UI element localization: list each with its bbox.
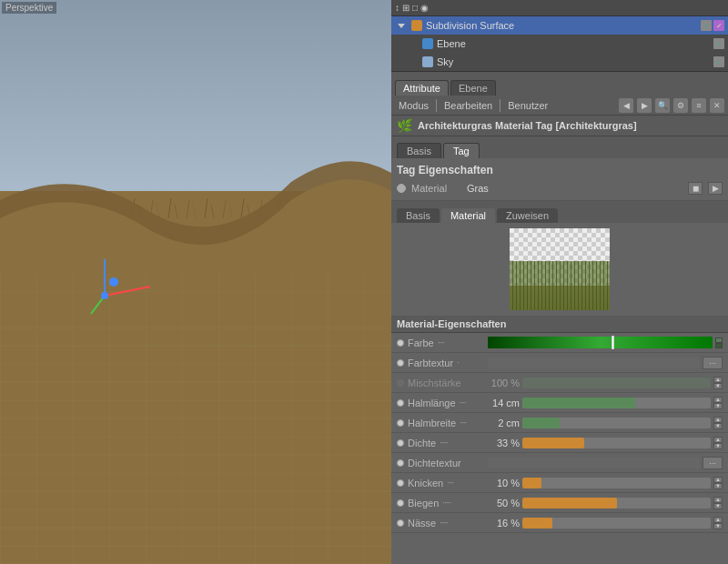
mischstarke-value: 100 % ▲ ▼	[488, 377, 723, 389]
terrain-svg	[0, 0, 391, 564]
prop-row-farbtextur: Farbtextur · ···	[391, 353, 728, 373]
btn-benutzer[interactable]: Benutzer	[504, 99, 551, 112]
dichte-radio[interactable]	[397, 439, 404, 447]
biegen-down[interactable]: ▼	[713, 503, 723, 509]
content-tabs: Basis Material Zuweisen	[391, 201, 728, 223]
prop-label-mischstarke: Mischstärke	[397, 378, 488, 388]
toolbar-left-icon[interactable]: ◀	[619, 98, 633, 113]
btn-bearbeiten[interactable]: Bearbeiten	[440, 99, 496, 112]
farbe-slider[interactable]	[488, 337, 713, 348]
viewport[interactable]: Perspektive	[0, 0, 391, 564]
halmbreite-num: 2 cm	[488, 418, 520, 428]
top-icon-4[interactable]: ◉	[420, 3, 429, 13]
halmbreite-track[interactable]	[522, 418, 711, 428]
tab-basis[interactable]: Basis	[397, 143, 441, 158]
farbe-radio[interactable]	[397, 339, 404, 347]
farbtextur-radio[interactable]	[397, 359, 404, 367]
nasse-track[interactable]	[522, 518, 711, 529]
mischstarke-radio[interactable]	[397, 379, 404, 387]
material-properties: Material-Eigenschaften Farbe ····	[391, 316, 728, 564]
tree-item-sky[interactable]: Sky ✓	[391, 53, 728, 71]
halmlaenge-track[interactable]	[522, 398, 711, 408]
prop-label-halmbreite: Halmbreite ····	[397, 418, 488, 428]
object-tree: Subdivision Surface ✓ ✓ Ebene ✓ Sky ✓	[391, 16, 728, 72]
tag-properties: Tag Eigenschaften Material Gras ◼ ▶	[391, 158, 728, 201]
halmbreite-down[interactable]: ▼	[713, 423, 723, 429]
lock-icon[interactable]: ✓	[713, 20, 724, 31]
top-icon-2[interactable]: ⊞	[402, 3, 410, 13]
knicken-down[interactable]: ▼	[713, 483, 723, 489]
farbtextur-value: ···	[488, 357, 723, 369]
toolbar-extra-icon[interactable]: ≡	[692, 98, 706, 113]
top-icon-3[interactable]: □	[412, 3, 418, 13]
svg-point-17	[101, 292, 108, 299]
inner-tab-bar: Basis Tag	[391, 136, 728, 158]
toolbar-close-icon[interactable]: ✕	[710, 98, 724, 113]
nasse-value: 16 % ▲ ▼	[488, 517, 723, 529]
top-icon-1[interactable]: ↕	[395, 3, 399, 13]
halmlaenge-value: 14 cm ▲ ▼	[488, 397, 723, 409]
biegen-fill	[522, 498, 617, 509]
knicken-up[interactable]: ▲	[713, 477, 723, 483]
halmbreite-radio[interactable]	[397, 419, 404, 427]
dichtetextur-radio[interactable]	[397, 459, 404, 467]
top-toolbar: ↕ ⊞ □ ◉	[391, 0, 728, 16]
dichte-down[interactable]: ▼	[713, 443, 723, 449]
halmbreite-up[interactable]: ▲	[713, 417, 723, 423]
tab-content-material[interactable]: Material	[441, 208, 495, 223]
tree-item-controls: ✓ ✓	[701, 20, 724, 31]
mischstarke-up[interactable]: ▲	[713, 377, 723, 383]
dichte-up[interactable]: ▲	[713, 437, 723, 443]
toolbar-gear-icon[interactable]: ⚙	[673, 98, 688, 113]
tab-content-zuweisen[interactable]: Zuweisen	[497, 208, 558, 223]
prop-row-farbe: Farbe ····	[391, 333, 728, 353]
prop-label-farbe: Farbe ····	[397, 337, 488, 348]
biegen-up[interactable]: ▲	[713, 497, 723, 503]
btn-modus[interactable]: Modus	[395, 99, 432, 112]
visibility-icon3[interactable]: ✓	[713, 56, 724, 67]
visibility-icon2[interactable]: ✓	[713, 38, 724, 49]
ebene-type-icon	[422, 38, 433, 49]
attr-tab-bar: Attribute Ebene	[391, 72, 728, 96]
nasse-up[interactable]: ▲	[713, 517, 723, 523]
material-btn1[interactable]: ◼	[688, 182, 703, 195]
tree-item-label: Ebene	[437, 38, 710, 49]
knicken-track[interactable]	[522, 478, 711, 488]
toolbar-search-icon[interactable]: 🔍	[655, 98, 670, 113]
tab-ebene[interactable]: Ebene	[450, 80, 496, 96]
tree-item-ebene[interactable]: Ebene ✓	[391, 35, 728, 53]
material-btn2[interactable]: ▶	[708, 182, 723, 195]
section-title: Architekturgras Material Tag [Architektu…	[418, 120, 637, 131]
tab-tag[interactable]: Tag	[443, 143, 480, 158]
tree-spacer	[395, 37, 408, 50]
tree-item-subdivision[interactable]: Subdivision Surface ✓ ✓	[391, 16, 728, 35]
halmlaenge-down[interactable]: ▼	[713, 403, 723, 409]
knicken-value: 10 % ▲ ▼	[488, 477, 723, 489]
nasse-down[interactable]: ▼	[713, 523, 723, 529]
farbe-down-btn[interactable]	[715, 343, 723, 348]
mischstarke-fill	[522, 378, 711, 388]
tree-item-label: Subdivision Surface	[426, 20, 697, 31]
mischstarke-down[interactable]: ▼	[713, 383, 723, 389]
tab-attribute[interactable]: Attribute	[395, 80, 449, 96]
visibility-icon[interactable]: ✓	[701, 20, 712, 31]
dichte-track[interactable]	[522, 438, 711, 448]
attribute-toolbar: Modus Bearbeiten Benutzer ◀ ▶ 🔍 ⚙ ≡ ✕	[391, 96, 728, 116]
nasse-radio[interactable]	[397, 519, 404, 527]
dichtetextur-btn[interactable]: ···	[703, 457, 723, 469]
grass-overlay	[510, 261, 610, 310]
knicken-radio[interactable]	[397, 479, 404, 487]
biegen-radio[interactable]	[397, 499, 404, 507]
prop-label-halmlaenge: Halmlänge ····	[397, 398, 488, 408]
sky-type-icon	[422, 56, 433, 67]
halmlaenge-up[interactable]: ▲	[713, 397, 723, 403]
toolbar-right-icon[interactable]: ▶	[637, 98, 652, 113]
biegen-track[interactable]	[522, 498, 711, 509]
halmlaenge-radio[interactable]	[397, 399, 404, 407]
farbtextur-btn[interactable]: ···	[703, 357, 723, 369]
farbe-knob[interactable]	[612, 336, 614, 349]
material-radio[interactable]	[397, 184, 406, 193]
prop-label-nasse: Nässe ·····	[397, 518, 488, 529]
tab-content-basis[interactable]: Basis	[397, 208, 440, 223]
prop-row-halmlaenge: Halmlänge ···· 14 cm ▲ ▼	[391, 393, 728, 413]
